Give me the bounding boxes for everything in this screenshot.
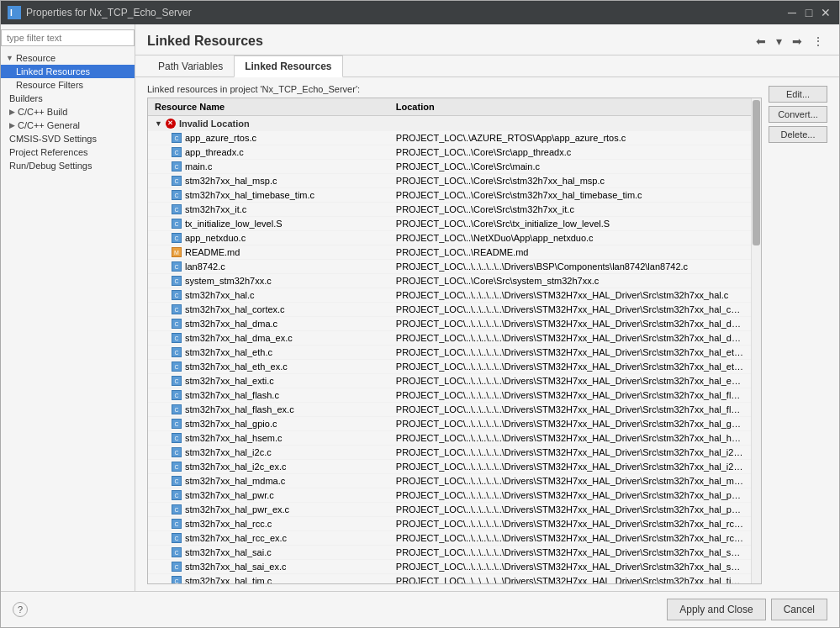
group-row-label: Invalid Location (179, 119, 250, 129)
file-name: system_stm32h7xx.c (185, 276, 272, 286)
sidebar: ▼ Resource Linked Resources Resource Fil… (1, 24, 135, 591)
table-row[interactable]: C stm32h7xx_hal_timebase_tim.c PROJECT_L… (148, 188, 751, 203)
minimize-button[interactable]: ─ (785, 6, 799, 19)
sidebar-item-resource-filters-label: Resource Filters (16, 80, 83, 90)
file-type-icon: C (172, 576, 182, 583)
file-type-icon: C (172, 161, 182, 172)
file-location: PROJECT_LOC\..\..\..\..\..\Drivers\STM32… (389, 488, 751, 503)
file-type-icon: C (172, 361, 182, 372)
name-cell: C lan8742.c (172, 261, 383, 272)
file-location: PROJECT_LOC\..\..\..\..\..\Drivers\STM32… (389, 446, 751, 460)
file-name: stm32h7xx_hal_i2c_ex.c (185, 462, 286, 472)
resource-table-wrapper[interactable]: Resource Name Location ▼ ✕ Invalid Locat… (148, 98, 751, 583)
table-row[interactable]: C stm32h7xx_hal.c PROJECT_LOC\..\..\..\.… (148, 288, 751, 303)
file-type-icon: C (172, 462, 182, 472)
table-row[interactable]: C stm32h7xx_hal_flash.c PROJECT_LOC\..\.… (148, 388, 751, 403)
sidebar-item-resource-filters[interactable]: Resource Filters (1, 78, 135, 92)
apply-close-button[interactable]: Apply and Close (667, 599, 765, 620)
table-row[interactable]: M README.md PROJECT_LOC\..\README.md (148, 245, 751, 260)
table-row[interactable]: C stm32h7xx_hal_rcc_ex.c PROJECT_LOC\..\… (148, 531, 751, 546)
table-row[interactable]: C stm32h7xx_it.c PROJECT_LOC\..\Core\Src… (148, 203, 751, 217)
table-row[interactable]: C stm32h7xx_hal_tim.c PROJECT_LOC\..\..\… (148, 574, 751, 584)
file-type-icon: C (172, 261, 182, 272)
file-location: PROJECT_LOC\..\..\..\..\..\Drivers\STM32… (389, 503, 751, 517)
delete-button[interactable]: Delete... (769, 126, 827, 143)
name-cell: C stm32h7xx_hal_flash.c (172, 390, 383, 400)
sidebar-item-linked-resources[interactable]: Linked Resources (1, 65, 135, 78)
table-row[interactable]: C lan8742.c PROJECT_LOC\..\..\..\..\..\D… (148, 260, 751, 274)
table-row[interactable]: C stm32h7xx_hal_pwr.c PROJECT_LOC\..\..\… (148, 488, 751, 503)
cancel-button[interactable]: Cancel (771, 599, 827, 620)
table-row[interactable]: C stm32h7xx_hal_i2c.c PROJECT_LOC\..\..\… (148, 446, 751, 460)
file-name: main.c (185, 161, 212, 172)
file-location: PROJECT_LOC\..\Core\Src\stm32h7xx_hal_ms… (389, 174, 751, 188)
table-row[interactable]: C stm32h7xx_hal_pwr_ex.c PROJECT_LOC\..\… (148, 503, 751, 517)
close-button[interactable]: ✕ (819, 6, 832, 19)
help-button[interactable]: ? (13, 602, 28, 617)
table-row[interactable]: C app_netxduo.c PROJECT_LOC\..\NetXDuo\A… (148, 231, 751, 245)
table-row[interactable]: C tx_initialize_low_level.S PROJECT_LOC\… (148, 217, 751, 231)
footer-right: Apply and Close Cancel (667, 599, 827, 620)
file-name: stm32h7xx_hal_hsem.c (185, 433, 283, 443)
sidebar-item-cpp-general-label: C/C++ General (18, 120, 80, 130)
table-row[interactable]: C stm32h7xx_hal_i2c_ex.c PROJECT_LOC\..\… (148, 460, 751, 474)
table-row[interactable]: C stm32h7xx_hal_sai_ex.c PROJECT_LOC\..\… (148, 560, 751, 574)
sidebar-item-builders[interactable]: Builders (1, 92, 135, 105)
forward-button-dropdown[interactable]: ▾ (773, 33, 785, 50)
table-row[interactable]: C stm32h7xx_hal_rcc.c PROJECT_LOC\..\..\… (148, 517, 751, 531)
table-row[interactable]: C main.c PROJECT_LOC\..\Core\Src\main.c (148, 160, 751, 174)
back-button[interactable]: ⬅ (753, 33, 769, 50)
forward-button[interactable]: ➡ (789, 33, 806, 50)
vertical-scrollbar[interactable] (751, 98, 761, 583)
table-row[interactable]: C app_threadx.c PROJECT_LOC\..\Core\Src\… (148, 145, 751, 160)
sidebar-item-cpp-build[interactable]: ▶ C/C++ Build (1, 105, 135, 119)
filter-input[interactable] (1, 29, 135, 46)
table-row[interactable]: C stm32h7xx_hal_mdma.c PROJECT_LOC\..\..… (148, 474, 751, 488)
table-row[interactable]: C system_stm32h7xx.c PROJECT_LOC\..\Core… (148, 274, 751, 288)
tab-linked-resources[interactable]: Linked Resources (234, 55, 342, 77)
sidebar-item-project-references[interactable]: Project References (1, 145, 135, 159)
file-location: PROJECT_LOC\..\..\..\..\..\Drivers\STM32… (389, 288, 751, 303)
table-row[interactable]: C stm32h7xx_hal_gpio.c PROJECT_LOC\..\..… (148, 417, 751, 431)
edit-button[interactable]: Edit... (769, 86, 827, 103)
convert-button[interactable]: Convert... (769, 106, 827, 123)
table-row[interactable]: C app_azure_rtos.c PROJECT_LOC\.\AZURE_R… (148, 131, 751, 145)
table-row[interactable]: C stm32h7xx_hal_hsem.c PROJECT_LOC\..\..… (148, 431, 751, 446)
file-name: stm32h7xx_hal_rcc_ex.c (185, 533, 287, 543)
table-row[interactable]: C stm32h7xx_hal_flash_ex.c PROJECT_LOC\.… (148, 403, 751, 417)
file-name: stm32h7xx_hal_eth_ex.c (185, 361, 288, 372)
file-type-icon: M (172, 247, 182, 257)
table-row[interactable]: C stm32h7xx_hal_dma_ex.c PROJECT_LOC\..\… (148, 331, 751, 346)
table-row[interactable]: C stm32h7xx_hal_sai.c PROJECT_LOC\..\..\… (148, 546, 751, 560)
table-row[interactable]: C stm32h7xx_hal_msp.c PROJECT_LOC\..\Cor… (148, 174, 751, 188)
file-location: PROJECT_LOC\..\Core\Src\main.c (389, 160, 751, 174)
tab-path-variables[interactable]: Path Variables (147, 55, 234, 77)
name-cell: C stm32h7xx_hal_pwr_ex.c (172, 504, 383, 515)
name-cell: C stm32h7xx_hal_eth.c (172, 347, 383, 357)
table-row[interactable]: C stm32h7xx_hal_eth_ex.c PROJECT_LOC\..\… (148, 360, 751, 374)
svg-text:I: I (10, 8, 13, 18)
name-cell: C stm32h7xx_hal_exti.c (172, 376, 383, 386)
file-location: PROJECT_LOC\..\..\..\..\..\Drivers\STM32… (389, 417, 751, 431)
sidebar-item-cpp-general[interactable]: ▶ C/C++ General (1, 119, 135, 132)
table-row[interactable]: C stm32h7xx_hal_exti.c PROJECT_LOC\..\..… (148, 374, 751, 388)
title-bar-left: I Properties for Nx_TCP_Echo_Server (8, 6, 192, 19)
table-row[interactable]: C stm32h7xx_hal_eth.c PROJECT_LOC\..\..\… (148, 346, 751, 360)
file-name: stm32h7xx_hal_rcc.c (185, 519, 272, 529)
sidebar-item-run-debug[interactable]: Run/Debug Settings (1, 159, 135, 172)
more-options-button[interactable]: ⋮ (809, 33, 827, 50)
file-location: PROJECT_LOC\..\..\..\..\..\Drivers\STM32… (389, 317, 751, 331)
scrollbar-thumb (753, 100, 760, 245)
file-type-icon: C (172, 390, 182, 400)
name-cell: C stm32h7xx_hal_rcc_ex.c (172, 533, 383, 543)
name-cell: C stm32h7xx_hal_timebase_tim.c (172, 190, 383, 200)
table-row[interactable]: C stm32h7xx_hal_dma.c PROJECT_LOC\..\..\… (148, 317, 751, 331)
file-location: PROJECT_LOC\..\..\..\..\..\Drivers\STM32… (389, 331, 751, 346)
sidebar-group-resource-header[interactable]: ▼ Resource (1, 51, 135, 65)
table-row[interactable]: C stm32h7xx_hal_cortex.c PROJECT_LOC\..\… (148, 303, 751, 317)
name-cell: M README.md (172, 247, 383, 257)
col-header-location: Location (389, 98, 751, 116)
maximize-button[interactable]: □ (802, 6, 816, 19)
name-cell: C stm32h7xx_hal_dma_ex.c (172, 333, 383, 343)
sidebar-item-cmsis-svd[interactable]: CMSIS-SVD Settings (1, 132, 135, 145)
